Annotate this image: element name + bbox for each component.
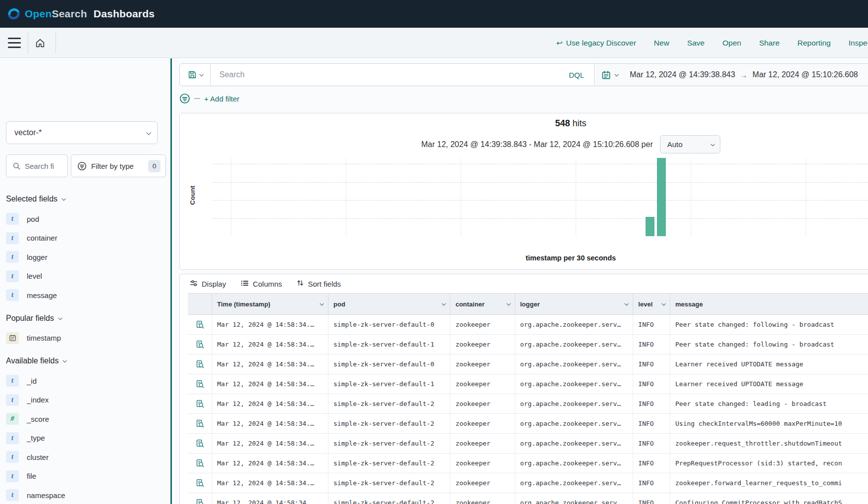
expand-row-button[interactable] [195, 438, 205, 449]
field-label: _id [27, 377, 37, 385]
table-row: Mar 12, 2024 @ 14:58:34.…simple-zk-serve… [188, 335, 868, 354]
field-label: message [27, 291, 57, 300]
field-item-message[interactable]: tmessage [6, 286, 163, 305]
filter-by-type-button[interactable]: Filter by type 0 [71, 154, 166, 177]
field-item-_type[interactable]: t_type [6, 429, 163, 448]
index-pattern-select[interactable]: vector-* [6, 121, 158, 144]
sliders-icon [190, 279, 198, 289]
cell-level: INFO [633, 315, 670, 334]
column-header-logger[interactable]: logger [515, 294, 634, 314]
sort-chevron-icon[interactable] [661, 302, 665, 305]
display-button[interactable]: Display [190, 279, 226, 289]
interval-select[interactable]: Auto [660, 135, 720, 153]
cell-message: Peer state changed: following - broadcas… [670, 315, 868, 334]
opensearch-logo-icon[interactable] [7, 7, 21, 21]
menu-hamburger-icon[interactable] [8, 38, 21, 48]
field-item-_id[interactable]: t_id [6, 371, 163, 391]
nav-menu-item-use-legacy-discover[interactable]: ↩Use legacy Discover [556, 39, 636, 48]
nav-menu-item-save[interactable]: Save [687, 39, 705, 48]
field-search-box[interactable] [6, 154, 68, 177]
sidebar-resizer[interactable] [170, 58, 172, 504]
field-search-input[interactable] [25, 162, 59, 170]
nav-menu-item-inspect[interactable]: Inspect [849, 39, 868, 48]
field-item-timestamp[interactable]: timestamp [6, 329, 163, 348]
sort-chevron-icon[interactable] [320, 302, 324, 305]
field-label: timestamp [27, 334, 61, 342]
expand-row-button[interactable] [195, 399, 205, 409]
column-header-level[interactable]: level [633, 294, 670, 314]
column-header-container[interactable]: container [450, 294, 515, 314]
sort-chevron-icon[interactable] [442, 302, 446, 305]
field-item-container[interactable]: tcontainer [6, 229, 163, 248]
date-range-start[interactable]: Mar 12, 2024 @ 14:39:38.843 [630, 70, 735, 79]
histogram-bar[interactable] [646, 217, 654, 236]
sort-fields-button[interactable]: Sort fields [297, 279, 341, 288]
column-header-time-timestamp[interactable]: Time (timestamp) [212, 294, 328, 314]
section-heading-available-fields[interactable]: Available fields [6, 354, 163, 367]
histogram-bar[interactable] [657, 158, 666, 236]
expand-cell [188, 315, 212, 334]
table-row: Mar 12, 2024 @ 14:58:34.…simple-zk-serve… [188, 493, 868, 504]
y-gridline [213, 200, 868, 201]
field-item-file[interactable]: tfile [6, 467, 163, 486]
cell-logger: org.apache.zookeeper.serv… [515, 473, 634, 493]
x-gridline [576, 158, 576, 236]
section-heading-popular-fields[interactable]: Popular fields [6, 312, 163, 325]
home-icon[interactable] [33, 36, 48, 50]
field-item-cluster[interactable]: tcluster [6, 448, 163, 467]
columns-button[interactable]: Columns [241, 279, 282, 289]
expand-cell [188, 374, 212, 394]
expand-row-button[interactable] [195, 359, 205, 369]
cell-container: zookeeper [450, 394, 515, 413]
filter-circle-icon [77, 161, 87, 171]
nav-menu-item-new[interactable]: New [654, 39, 669, 48]
field-label: level [27, 272, 42, 280]
expand-row-button[interactable] [195, 379, 205, 389]
y-axis-title: Count [189, 186, 196, 205]
field-type-text-badge: t [6, 270, 19, 282]
section-heading-selected-fields[interactable]: Selected fields [6, 193, 163, 205]
interval-value: Auto [667, 140, 683, 149]
calendar-icon[interactable] [601, 70, 611, 80]
cell-time: Mar 12, 2024 @ 14:58:34.… [212, 394, 328, 413]
table-row: Mar 12, 2024 @ 14:58:34.…simple-zk-serve… [188, 434, 868, 454]
column-header-message[interactable]: message [670, 294, 868, 314]
field-item-pod[interactable]: tpod [6, 209, 163, 229]
chevron-down-icon[interactable] [614, 72, 618, 76]
expand-row-button[interactable] [195, 339, 205, 350]
field-item-logger[interactable]: tlogger [6, 248, 163, 267]
field-label: pod [27, 215, 39, 223]
cell-logger: org.apache.zookeeper.serv… [515, 414, 634, 433]
field-item-namespace[interactable]: tnamespace [6, 486, 163, 504]
sort-chevron-icon[interactable] [625, 302, 629, 305]
add-filter-button[interactable]: + Add filter [204, 95, 239, 103]
x-gridline [691, 158, 691, 236]
chevron-down-icon [710, 142, 714, 146]
query-language-button[interactable]: DQL [559, 64, 594, 86]
saved-query-button[interactable] [180, 64, 211, 86]
cell-time: Mar 12, 2024 @ 14:58:34.… [212, 335, 328, 354]
cell-logger: org.apache.zookeeper.serv… [515, 315, 634, 334]
expand-row-button[interactable] [195, 418, 205, 429]
field-item-_score[interactable]: #_score [6, 409, 163, 429]
expand-row-button[interactable] [195, 478, 205, 488]
search-input[interactable] [211, 64, 557, 86]
expand-row-button[interactable] [195, 498, 205, 504]
sort-chevron-icon[interactable] [506, 302, 510, 305]
opensearch-dashboards-window: OpenSearch Dashboards Discover ↩Use lega… [0, 0, 868, 504]
column-header-pod[interactable]: pod [328, 294, 450, 314]
nav-menu-item-reporting[interactable]: Reporting [798, 39, 831, 48]
cell-message: zookeeper.forward_learner_requests_to_co… [670, 473, 868, 493]
expand-row-button[interactable] [195, 319, 205, 330]
nav-menu-item-share[interactable]: Share [759, 39, 779, 48]
nav-menu-item-open[interactable]: Open [722, 39, 741, 48]
field-type-text-badge: t [6, 489, 19, 501]
field-item-_index[interactable]: t_index [6, 391, 163, 410]
cell-container: zookeeper [450, 493, 515, 504]
filter-circle-icon[interactable] [179, 93, 190, 104]
histogram-plot [213, 158, 868, 236]
expand-row-button[interactable] [195, 458, 205, 468]
field-item-level[interactable]: tlevel [6, 267, 163, 286]
date-range-end[interactable]: Mar 12, 2024 @ 15:10:26.608 [753, 70, 858, 79]
cell-time: Mar 12, 2024 @ 14:58:34.… [212, 454, 328, 473]
